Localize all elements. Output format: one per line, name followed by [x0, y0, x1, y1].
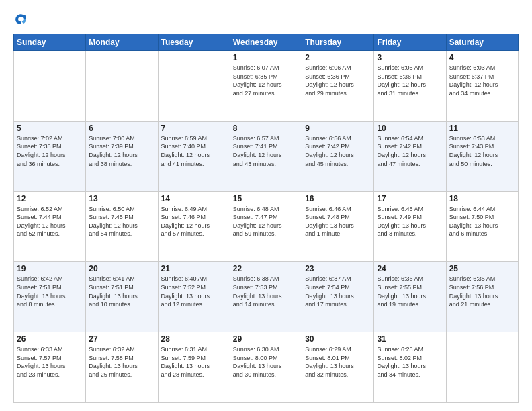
day-number: 26 — [17, 334, 83, 344]
day-info: Sunrise: 6:44 AM Sunset: 7:50 PM Dayligh… — [449, 205, 515, 238]
day-number: 9 — [305, 124, 371, 133]
calendar-cell: 28Sunrise: 6:31 AM Sunset: 7:59 PM Dayli… — [158, 332, 230, 403]
day-info: Sunrise: 6:50 AM Sunset: 7:45 PM Dayligh… — [89, 205, 154, 238]
day-info: Sunrise: 6:57 AM Sunset: 7:41 PM Dayligh… — [233, 134, 299, 168]
page: SundayMondayTuesdayWednesdayThursdayFrid… — [0, 0, 532, 411]
calendar-week-row: 5Sunrise: 7:02 AM Sunset: 7:38 PM Daylig… — [14, 121, 519, 191]
calendar-cell: 29Sunrise: 6:30 AM Sunset: 8:00 PM Dayli… — [230, 332, 302, 403]
day-number: 6 — [89, 124, 154, 133]
day-info: Sunrise: 6:07 AM Sunset: 6:35 PM Dayligh… — [233, 64, 299, 97]
day-info: Sunrise: 6:38 AM Sunset: 7:53 PM Dayligh… — [233, 275, 299, 308]
calendar-cell: 12Sunrise: 6:52 AM Sunset: 7:44 PM Dayli… — [14, 191, 86, 262]
day-header-saturday: Saturday — [446, 34, 518, 51]
calendar-cell: 7Sunrise: 6:59 AM Sunset: 7:40 PM Daylig… — [158, 121, 230, 191]
day-info: Sunrise: 6:42 AM Sunset: 7:51 PM Dayligh… — [17, 275, 83, 308]
day-info: Sunrise: 6:29 AM Sunset: 8:01 PM Dayligh… — [305, 345, 371, 379]
calendar-cell: 15Sunrise: 6:48 AM Sunset: 7:47 PM Dayli… — [230, 191, 302, 262]
day-info: Sunrise: 6:41 AM Sunset: 7:51 PM Dayligh… — [89, 275, 154, 308]
day-info: Sunrise: 6:36 AM Sunset: 7:55 PM Dayligh… — [377, 275, 443, 308]
calendar-cell: 21Sunrise: 6:40 AM Sunset: 7:52 PM Dayli… — [158, 262, 230, 332]
calendar-cell: 26Sunrise: 6:33 AM Sunset: 7:57 PM Dayli… — [14, 332, 86, 403]
day-number: 13 — [89, 194, 154, 203]
calendar-cell: 4Sunrise: 6:03 AM Sunset: 6:37 PM Daylig… — [446, 51, 518, 122]
day-number: 17 — [377, 194, 443, 203]
day-info: Sunrise: 6:35 AM Sunset: 7:56 PM Dayligh… — [449, 275, 515, 308]
calendar-cell: 3Sunrise: 6:05 AM Sunset: 6:36 PM Daylig… — [374, 51, 446, 122]
day-number: 21 — [161, 264, 227, 273]
calendar-cell: 8Sunrise: 6:57 AM Sunset: 7:41 PM Daylig… — [230, 121, 302, 191]
calendar-week-row: 19Sunrise: 6:42 AM Sunset: 7:51 PM Dayli… — [14, 262, 519, 332]
calendar-cell — [158, 51, 230, 122]
day-info: Sunrise: 6:53 AM Sunset: 7:43 PM Dayligh… — [449, 134, 515, 168]
day-header-thursday: Thursday — [302, 34, 374, 51]
day-number: 3 — [377, 53, 443, 62]
day-info: Sunrise: 6:54 AM Sunset: 7:42 PM Dayligh… — [377, 134, 443, 168]
day-info: Sunrise: 6:28 AM Sunset: 8:02 PM Dayligh… — [377, 345, 443, 379]
day-number: 18 — [449, 194, 515, 203]
calendar-cell — [446, 332, 518, 403]
day-number: 11 — [449, 124, 515, 133]
day-number: 27 — [89, 334, 154, 344]
day-number: 7 — [161, 124, 227, 133]
calendar-cell: 13Sunrise: 6:50 AM Sunset: 7:45 PM Dayli… — [86, 191, 158, 262]
day-number: 29 — [233, 334, 299, 344]
day-info: Sunrise: 6:40 AM Sunset: 7:52 PM Dayligh… — [161, 275, 227, 308]
day-info: Sunrise: 6:48 AM Sunset: 7:47 PM Dayligh… — [233, 205, 299, 238]
day-number: 2 — [305, 53, 371, 62]
day-number: 30 — [305, 334, 371, 344]
day-number: 31 — [377, 334, 443, 344]
calendar-cell: 31Sunrise: 6:28 AM Sunset: 8:02 PM Dayli… — [374, 332, 446, 403]
day-number: 8 — [233, 124, 299, 133]
calendar-cell: 19Sunrise: 6:42 AM Sunset: 7:51 PM Dayli… — [14, 262, 86, 332]
day-number: 28 — [161, 334, 227, 344]
day-number: 4 — [449, 53, 515, 62]
day-info: Sunrise: 6:45 AM Sunset: 7:49 PM Dayligh… — [377, 205, 443, 238]
calendar-cell — [14, 51, 86, 122]
day-info: Sunrise: 7:02 AM Sunset: 7:38 PM Dayligh… — [17, 134, 83, 168]
calendar-week-row: 26Sunrise: 6:33 AM Sunset: 7:57 PM Dayli… — [14, 332, 519, 403]
day-number: 10 — [377, 124, 443, 133]
logo — [13, 12, 31, 27]
day-header-tuesday: Tuesday — [158, 34, 230, 51]
day-info: Sunrise: 6:03 AM Sunset: 6:37 PM Dayligh… — [449, 64, 515, 97]
day-info: Sunrise: 6:05 AM Sunset: 6:36 PM Dayligh… — [377, 64, 443, 97]
calendar-table: SundayMondayTuesdayWednesdayThursdayFrid… — [13, 34, 519, 403]
calendar-cell: 18Sunrise: 6:44 AM Sunset: 7:50 PM Dayli… — [446, 191, 518, 262]
day-number: 5 — [17, 124, 83, 133]
day-info: Sunrise: 6:56 AM Sunset: 7:42 PM Dayligh… — [305, 134, 371, 168]
calendar-cell: 17Sunrise: 6:45 AM Sunset: 7:49 PM Dayli… — [374, 191, 446, 262]
day-header-sunday: Sunday — [14, 34, 86, 51]
calendar-cell — [86, 51, 158, 122]
day-number: 12 — [17, 194, 83, 203]
day-number: 25 — [449, 264, 515, 273]
day-info: Sunrise: 6:46 AM Sunset: 7:48 PM Dayligh… — [305, 205, 371, 238]
calendar-cell: 9Sunrise: 6:56 AM Sunset: 7:42 PM Daylig… — [302, 121, 374, 191]
calendar-cell: 23Sunrise: 6:37 AM Sunset: 7:54 PM Dayli… — [302, 262, 374, 332]
day-info: Sunrise: 6:49 AM Sunset: 7:46 PM Dayligh… — [161, 205, 227, 238]
day-header-monday: Monday — [86, 34, 158, 51]
day-header-wednesday: Wednesday — [230, 34, 302, 51]
day-info: Sunrise: 6:33 AM Sunset: 7:57 PM Dayligh… — [17, 345, 83, 379]
day-number: 24 — [377, 264, 443, 273]
calendar-cell: 14Sunrise: 6:49 AM Sunset: 7:46 PM Dayli… — [158, 191, 230, 262]
day-info: Sunrise: 7:00 AM Sunset: 7:39 PM Dayligh… — [89, 134, 154, 168]
calendar-cell: 24Sunrise: 6:36 AM Sunset: 7:55 PM Dayli… — [374, 262, 446, 332]
logo-icon — [13, 12, 28, 27]
calendar-header-row: SundayMondayTuesdayWednesdayThursdayFrid… — [14, 34, 519, 51]
calendar-cell: 5Sunrise: 7:02 AM Sunset: 7:38 PM Daylig… — [14, 121, 86, 191]
calendar-cell: 20Sunrise: 6:41 AM Sunset: 7:51 PM Dayli… — [86, 262, 158, 332]
day-info: Sunrise: 6:59 AM Sunset: 7:40 PM Dayligh… — [161, 134, 227, 168]
day-number: 14 — [161, 194, 227, 203]
day-number: 19 — [17, 264, 83, 273]
calendar-week-row: 1Sunrise: 6:07 AM Sunset: 6:35 PM Daylig… — [14, 51, 519, 122]
day-number: 1 — [233, 53, 299, 62]
calendar-cell: 10Sunrise: 6:54 AM Sunset: 7:42 PM Dayli… — [374, 121, 446, 191]
day-header-friday: Friday — [374, 34, 446, 51]
day-info: Sunrise: 6:32 AM Sunset: 7:58 PM Dayligh… — [89, 345, 154, 379]
day-info: Sunrise: 6:31 AM Sunset: 7:59 PM Dayligh… — [161, 345, 227, 379]
day-number: 20 — [89, 264, 154, 273]
day-info: Sunrise: 6:06 AM Sunset: 6:36 PM Dayligh… — [305, 64, 371, 97]
day-number: 23 — [305, 264, 371, 273]
day-info: Sunrise: 6:37 AM Sunset: 7:54 PM Dayligh… — [305, 275, 371, 308]
day-info: Sunrise: 6:30 AM Sunset: 8:00 PM Dayligh… — [233, 345, 299, 379]
